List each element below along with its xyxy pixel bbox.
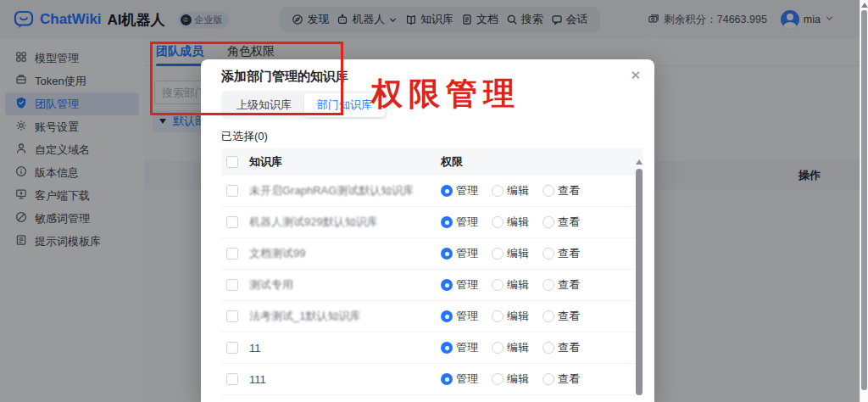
row-checkbox[interactable] <box>226 216 238 228</box>
permission-option-manage[interactable]: 管理 <box>441 277 478 293</box>
permission-option-edit[interactable]: 编辑 <box>492 309 529 324</box>
permission-option-edit[interactable]: 编辑 <box>492 246 529 261</box>
permission-option-manage[interactable]: 管理 <box>441 183 478 198</box>
permission-option-manage[interactable]: 管理 <box>441 371 478 387</box>
permission-label: 编辑 <box>507 246 529 261</box>
permission-option-edit[interactable]: 编辑 <box>492 183 529 198</box>
permission-option-manage[interactable]: 管理 <box>441 309 478 324</box>
kb-row: 文档测试99 管理 编辑 查看 <box>221 238 643 270</box>
page-scrollbar <box>860 0 868 402</box>
select-all-checkbox[interactable] <box>226 156 238 168</box>
radio-icon[interactable] <box>492 279 504 291</box>
add-kb-modal: ✕ 添加部门管理的知识库 上级知识库 部门知识库 已选择(0) 知识库 权限 未… <box>201 59 654 402</box>
permission-column-header: 权限 <box>441 154 643 170</box>
row-checkbox[interactable] <box>226 373 238 385</box>
permission-option-manage[interactable]: 管理 <box>441 215 478 230</box>
permission-label: 管理 <box>456 183 478 198</box>
kb-list: 未开启GraphRAG测试默认知识库 管理 编辑 查看 机器人测试929默认知识… <box>221 176 643 402</box>
radio-icon[interactable] <box>492 373 504 385</box>
modal-scrollbar-thumb[interactable] <box>636 169 643 395</box>
permission-option-view[interactable]: 查看 <box>542 183 580 198</box>
permission-label: 查看 <box>558 246 580 261</box>
kb-name: 法考测试_1默认知识库 <box>249 309 441 324</box>
permission-label: 编辑 <box>507 277 529 293</box>
close-icon[interactable]: ✕ <box>630 69 641 81</box>
radio-icon[interactable] <box>492 185 504 197</box>
permission-label: 编辑 <box>507 215 529 230</box>
row-checkbox[interactable] <box>226 342 238 354</box>
permission-label: 管理 <box>456 215 478 230</box>
permission-group: 管理 编辑 查看 <box>441 277 643 293</box>
kb-row: 未开启GraphRAG测试默认知识库 管理 编辑 查看 <box>221 176 643 207</box>
permission-label: 管理 <box>456 309 478 324</box>
permission-label: 查看 <box>558 371 580 387</box>
permission-group: 管理 编辑 查看 <box>441 246 643 261</box>
permission-option-edit[interactable]: 编辑 <box>492 215 529 230</box>
row-checkbox[interactable] <box>226 185 238 197</box>
radio-selected-icon[interactable] <box>441 373 453 385</box>
radio-icon[interactable] <box>542 279 554 291</box>
radio-selected-icon[interactable] <box>441 310 453 322</box>
permission-option-edit[interactable]: 编辑 <box>492 277 529 293</box>
row-checkbox[interactable] <box>226 310 238 322</box>
permission-label: 查看 <box>558 215 580 230</box>
tab-department-kb[interactable]: 部门知识库 <box>304 93 385 117</box>
kb-row: 111 管理 编辑 查看 <box>221 364 643 395</box>
permission-option-view[interactable]: 查看 <box>542 340 580 355</box>
kb-row: OFD格式使用 管理 编辑 查看 <box>221 395 643 402</box>
permission-label: 查看 <box>558 277 580 293</box>
permission-option-view[interactable]: 查看 <box>542 371 580 387</box>
radio-icon[interactable] <box>492 310 504 322</box>
permission-group: 管理 编辑 查看 <box>441 340 643 355</box>
permission-label: 编辑 <box>507 371 529 387</box>
radio-icon[interactable] <box>542 342 554 354</box>
kb-row: 测试专用 管理 编辑 查看 <box>221 270 643 301</box>
permission-label: 查看 <box>558 340 580 355</box>
permission-option-view[interactable]: 查看 <box>542 277 580 293</box>
scroll-up-icon[interactable] <box>861 3 868 8</box>
radio-icon[interactable] <box>542 216 554 228</box>
kb-name: 机器人测试929默认知识库 <box>249 215 441 230</box>
permission-label: 查看 <box>558 183 580 198</box>
radio-icon[interactable] <box>542 185 554 197</box>
radio-selected-icon[interactable] <box>441 342 453 354</box>
kb-row: 机器人测试929默认知识库 管理 编辑 查看 <box>221 207 643 238</box>
radio-selected-icon[interactable] <box>441 248 453 260</box>
tab-parent-kb[interactable]: 上级知识库 <box>224 93 304 117</box>
page-scrollbar-thumb[interactable] <box>861 10 867 390</box>
permission-label: 管理 <box>456 340 478 355</box>
radio-selected-icon[interactable] <box>441 216 453 228</box>
permission-group: 管理 编辑 查看 <box>441 371 643 387</box>
permission-option-manage[interactable]: 管理 <box>441 340 478 355</box>
kb-name: 文档测试99 <box>249 246 441 261</box>
scroll-up-icon[interactable] <box>636 159 643 165</box>
permission-label: 编辑 <box>507 309 529 324</box>
permission-option-view[interactable]: 查看 <box>542 215 580 230</box>
radio-icon[interactable] <box>542 310 554 322</box>
radio-icon[interactable] <box>542 373 554 385</box>
radio-icon[interactable] <box>542 248 554 260</box>
modal-list-scrollbar <box>635 159 643 399</box>
row-checkbox[interactable] <box>226 248 238 260</box>
radio-icon[interactable] <box>492 216 504 228</box>
kb-source-tabs: 上级知识库 部门知识库 <box>221 91 387 120</box>
permission-option-view[interactable]: 查看 <box>542 309 580 324</box>
radio-icon[interactable] <box>492 248 504 260</box>
radio-selected-icon[interactable] <box>441 279 453 291</box>
kb-name: 11 <box>249 342 441 355</box>
permission-group: 管理 编辑 查看 <box>441 215 643 230</box>
permission-label: 编辑 <box>507 183 529 198</box>
kb-name: 测试专用 <box>249 277 441 293</box>
kb-table-header: 知识库 权限 <box>221 148 643 176</box>
permission-option-edit[interactable]: 编辑 <box>492 371 529 387</box>
permission-label: 编辑 <box>507 340 529 355</box>
radio-icon[interactable] <box>492 342 504 354</box>
permission-option-manage[interactable]: 管理 <box>441 246 478 261</box>
row-checkbox[interactable] <box>226 279 238 291</box>
permission-option-view[interactable]: 查看 <box>542 246 580 261</box>
radio-selected-icon[interactable] <box>441 185 453 197</box>
kb-table: 知识库 权限 未开启GraphRAG测试默认知识库 管理 编辑 查看 <box>221 148 643 402</box>
permission-label: 管理 <box>456 371 478 387</box>
kb-row: 法考测试_1默认知识库 管理 编辑 查看 <box>221 301 643 332</box>
permission-option-edit[interactable]: 编辑 <box>492 340 529 355</box>
